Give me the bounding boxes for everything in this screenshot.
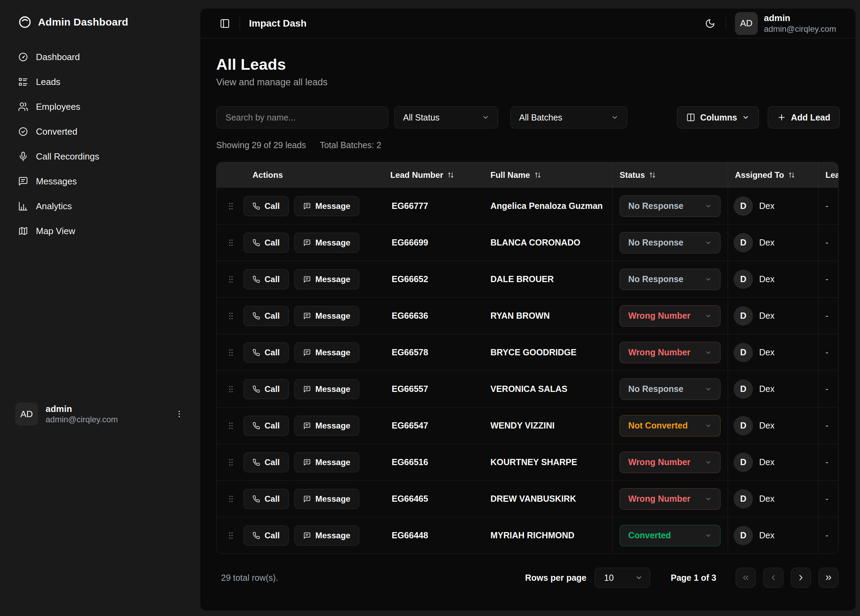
sidebar-item-call-recordings[interactable]: Call Recordings: [8, 146, 192, 166]
status-badge-select[interactable]: Wrong Number: [620, 488, 720, 509]
message-button[interactable]: Message: [294, 379, 359, 399]
sidebar-user-name: admin: [46, 403, 118, 415]
drag-handle-icon[interactable]: [226, 312, 235, 320]
drag-handle-icon[interactable]: [226, 494, 235, 503]
column-header-full-name[interactable]: Full Name: [483, 162, 612, 188]
message-button[interactable]: Message: [294, 452, 359, 472]
table-meta: Showing 29 of 29 leads Total Batches: 2: [216, 140, 840, 150]
sidebar-item-dashboard[interactable]: Dashboard: [8, 47, 192, 67]
mic-icon: [18, 151, 28, 161]
message-icon: [18, 176, 28, 187]
batches-filter-value: All Batches: [519, 113, 562, 122]
columns-icon: [686, 113, 695, 122]
full-name-cell: KOURTNEY SHARPE: [483, 457, 612, 467]
status-cell: Wrong Number: [612, 334, 728, 370]
status-badge-select[interactable]: Not Converted: [620, 415, 720, 436]
status-filter-select[interactable]: All Status: [394, 107, 498, 129]
sidebar-nav: Dashboard Leads Employees Converted: [0, 47, 200, 241]
status-badge-select[interactable]: No Response: [620, 232, 720, 254]
drag-handle-icon[interactable]: [226, 531, 235, 540]
first-page-button[interactable]: [736, 567, 756, 588]
search-input[interactable]: [216, 107, 388, 129]
column-header-assigned-to[interactable]: Assigned To: [728, 162, 818, 188]
sidebar-item-leads[interactable]: Leads: [8, 72, 192, 92]
sidebar-toggle-icon[interactable]: [218, 16, 232, 31]
extra-cell: -: [818, 224, 838, 261]
message-button[interactable]: Message: [294, 416, 359, 436]
last-page-button[interactable]: [819, 567, 839, 588]
phone-icon: [253, 349, 260, 356]
message-button[interactable]: Message: [294, 343, 359, 362]
call-button[interactable]: Call: [243, 525, 289, 545]
total-batches: Total Batches: 2: [320, 140, 381, 150]
sidebar-item-messages[interactable]: Messages: [8, 171, 192, 191]
message-icon: [303, 532, 311, 539]
phone-icon: [253, 422, 260, 429]
call-button[interactable]: Call: [243, 489, 289, 509]
assignee-avatar: D: [734, 489, 753, 509]
previous-page-button[interactable]: [763, 567, 783, 588]
phone-icon: [253, 495, 260, 503]
call-button[interactable]: Call: [243, 379, 289, 399]
actions-cell: Call Message: [217, 416, 383, 436]
status-badge-select[interactable]: Wrong Number: [620, 305, 720, 327]
actions-cell: Call Message: [217, 452, 383, 472]
sidebar-item-converted[interactable]: Converted: [8, 122, 192, 141]
gauge-icon: [18, 52, 28, 62]
status-badge-select[interactable]: No Response: [620, 378, 720, 400]
call-button[interactable]: Call: [243, 416, 289, 436]
batches-filter-select[interactable]: All Batches: [510, 107, 627, 129]
assignee-name: Dex: [759, 311, 774, 321]
assignee-name: Dex: [759, 238, 774, 248]
message-button[interactable]: Message: [294, 196, 359, 216]
call-button[interactable]: Call: [243, 452, 289, 472]
sidebar-item-map-view[interactable]: Map View: [8, 221, 192, 241]
call-button[interactable]: Call: [243, 233, 289, 253]
drag-handle-icon[interactable]: [226, 421, 235, 430]
message-icon: [303, 276, 311, 283]
call-button[interactable]: Call: [243, 306, 289, 326]
call-button[interactable]: Call: [243, 343, 289, 362]
assigned-to-cell: D Dex: [728, 261, 818, 297]
status-badge-select[interactable]: Wrong Number: [620, 451, 720, 473]
status-badge-select[interactable]: No Response: [620, 196, 720, 217]
assigned-to-cell: D Dex: [728, 408, 818, 444]
topbar-user-name: admin: [764, 13, 836, 24]
drag-handle-icon[interactable]: [226, 275, 235, 284]
drag-handle-icon[interactable]: [226, 458, 235, 467]
dark-mode-toggle-moon-icon[interactable]: [702, 16, 718, 31]
add-lead-button[interactable]: Add Lead: [768, 107, 840, 129]
message-button[interactable]: Message: [294, 489, 359, 509]
status-badge-select[interactable]: Wrong Number: [620, 342, 720, 363]
next-page-button[interactable]: [791, 567, 811, 588]
chevron-down-icon: [705, 312, 712, 320]
drag-handle-icon[interactable]: [226, 238, 235, 247]
status-badge-select[interactable]: No Response: [620, 269, 720, 290]
column-header-status[interactable]: Status: [612, 162, 728, 188]
message-button[interactable]: Message: [294, 306, 359, 326]
call-button[interactable]: Call: [243, 269, 289, 289]
drag-handle-icon[interactable]: [226, 348, 235, 357]
status-cell: Wrong Number: [612, 481, 728, 517]
topbar-user-menu[interactable]: AD admin admin@cirqley.com: [735, 12, 836, 35]
column-header-lead-number[interactable]: Lead Number: [383, 162, 483, 188]
message-icon: [303, 239, 311, 246]
user-menu-ellipsis-icon[interactable]: [172, 407, 187, 421]
actions-cell: Call Message: [217, 525, 383, 545]
full-name-cell: MYRIAH RICHMOND: [483, 530, 612, 541]
message-button[interactable]: Message: [294, 525, 359, 545]
drag-handle-icon[interactable]: [226, 385, 235, 393]
message-button[interactable]: Message: [294, 269, 359, 289]
app-logo-icon: [18, 15, 32, 29]
status-badge-select[interactable]: Converted: [620, 525, 720, 546]
sidebar-item-analytics[interactable]: Analytics: [8, 196, 192, 216]
call-button[interactable]: Call: [243, 196, 289, 216]
drag-handle-icon[interactable]: [226, 202, 235, 211]
rows-per-page-select[interactable]: 10: [595, 567, 650, 588]
plus-icon: [777, 113, 786, 122]
message-button[interactable]: Message: [294, 233, 359, 253]
assigned-to-cell: D Dex: [728, 224, 818, 261]
columns-button[interactable]: Columns: [677, 107, 759, 129]
sidebar-item-employees[interactable]: Employees: [8, 97, 192, 117]
map-icon: [18, 226, 28, 236]
